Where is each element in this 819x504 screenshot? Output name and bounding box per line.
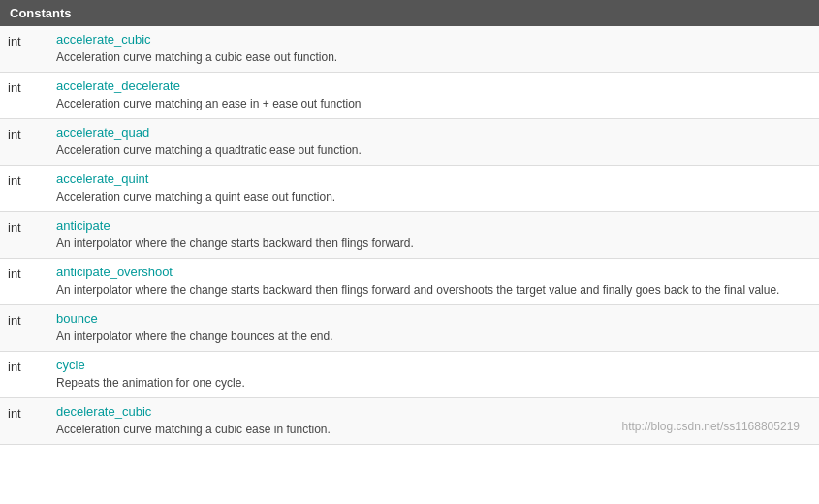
type-cell: int — [0, 73, 48, 119]
type-cell: int — [0, 352, 48, 398]
constant-description: Acceleration curve matching a cubic ease… — [56, 50, 337, 64]
table-row: intanticipate_overshootAn interpolator w… — [0, 259, 819, 305]
content-cell: accelerate_decelerateAcceleration curve … — [48, 73, 819, 119]
content-cell: anticipateAn interpolator where the chan… — [48, 212, 819, 259]
type-cell: int — [0, 166, 48, 212]
type-cell: int — [0, 398, 48, 445]
content-cell: anticipate_overshootAn interpolator wher… — [48, 259, 819, 305]
content-cell: accelerate_quadAcceleration curve matchi… — [48, 119, 819, 166]
constant-name[interactable]: accelerate_decelerate — [56, 79, 811, 93]
table-row: intaccelerate_cubicAcceleration curve ma… — [0, 26, 819, 73]
type-cell: int — [0, 259, 48, 305]
constant-name[interactable]: accelerate_quad — [56, 125, 811, 140]
type-cell: int — [0, 26, 48, 73]
content-cell: accelerate_cubicAcceleration curve match… — [48, 26, 819, 73]
table-row: intaccelerate_quintAcceleration curve ma… — [0, 166, 819, 212]
constant-name[interactable]: accelerate_cubic — [56, 32, 811, 47]
constant-description: Acceleration curve matching a cubic ease… — [56, 423, 331, 436]
constant-name[interactable]: anticipate — [56, 218, 811, 233]
constant-description: An interpolator where the change starts … — [56, 236, 414, 250]
constant-description: Acceleration curve matching a quadtratic… — [56, 143, 362, 157]
constant-description: Acceleration curve matching an ease in +… — [56, 97, 362, 110]
content-cell: accelerate_quintAcceleration curve match… — [48, 166, 819, 212]
constants-table: intaccelerate_cubicAcceleration curve ma… — [0, 26, 819, 445]
table-row: intaccelerate_quadAcceleration curve mat… — [0, 119, 819, 166]
content-cell: cycleRepeats the animation for one cycle… — [48, 352, 819, 398]
header-title: Constants — [10, 6, 72, 20]
constant-name[interactable]: accelerate_quint — [56, 172, 811, 186]
constant-description: An interpolator where the change starts … — [56, 283, 779, 297]
constant-name[interactable]: bounce — [56, 311, 811, 326]
table-row: intbounceAn interpolator where the chang… — [0, 305, 819, 352]
type-cell: int — [0, 305, 48, 352]
type-cell: int — [0, 119, 48, 166]
watermark: http://blog.csdn.net/ss1168805219 — [622, 420, 800, 433]
table-row: intcycleRepeats the animation for one cy… — [0, 352, 819, 398]
constant-description: Acceleration curve matching a quint ease… — [56, 190, 335, 204]
type-cell: int — [0, 212, 48, 259]
constant-name[interactable]: cycle — [56, 358, 811, 372]
table-row: intanticipateAn interpolator where the c… — [0, 212, 819, 259]
page-container: Constants intaccelerate_cubicAcceleratio… — [0, 0, 819, 445]
content-cell: bounceAn interpolator where the change b… — [48, 305, 819, 352]
constant-description: An interpolator where the change bounces… — [56, 330, 333, 343]
constant-description: Repeats the animation for one cycle. — [56, 376, 245, 390]
section-header: Constants — [0, 0, 819, 26]
table-row: intaccelerate_decelerateAcceleration cur… — [0, 73, 819, 119]
constant-name[interactable]: decelerate_cubic — [56, 404, 811, 419]
constant-name[interactable]: anticipate_overshoot — [56, 265, 811, 279]
